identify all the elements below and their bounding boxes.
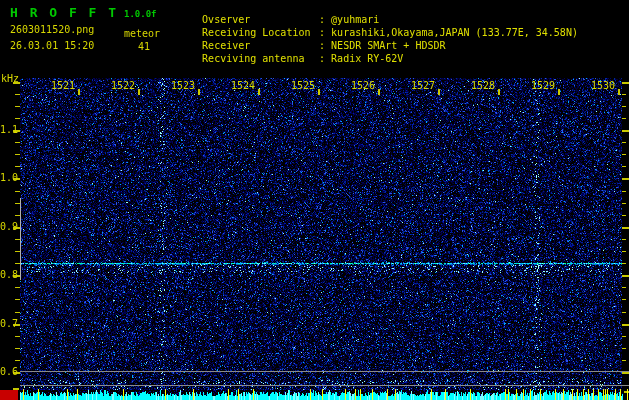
x-tick-label: 1529 bbox=[531, 80, 555, 91]
x-tick-label: 1530 bbox=[591, 80, 615, 91]
x-tick-label: 1525 bbox=[291, 80, 315, 91]
info-separator: : bbox=[319, 53, 331, 64]
x-tick-label: 1522 bbox=[111, 80, 135, 91]
meteor-count-label: meteor bbox=[124, 28, 160, 39]
x-tick-label: 1524 bbox=[231, 80, 255, 91]
y-tick-label: 0.7 bbox=[0, 318, 13, 329]
hrofft-screen: H R O F F T 1.0.0f 2603011520.png 26.03.… bbox=[0, 0, 629, 400]
info-value: Radix RY-62V bbox=[331, 53, 403, 64]
y-axis-unit: kHz bbox=[1, 73, 19, 84]
record-datetime: 26.03.01 15:20 bbox=[10, 40, 94, 51]
y-tick-label: 0.8 bbox=[0, 269, 13, 280]
y-tick-label: 0.6 bbox=[0, 366, 13, 377]
app-version: 1.0.0f bbox=[124, 9, 157, 19]
x-tick-label: 1526 bbox=[351, 80, 375, 91]
x-tick-label: 1523 bbox=[171, 80, 195, 91]
y-tick-label: 1.0 bbox=[0, 172, 13, 183]
x-tick-label: 1521 bbox=[51, 80, 75, 91]
output-filename: 2603011520.png bbox=[10, 24, 94, 35]
y-tick-label: 0.9 bbox=[0, 221, 13, 232]
info-label: Recviving antenna bbox=[202, 53, 319, 64]
x-tick-label: 1528 bbox=[471, 80, 495, 91]
y-tick-label: 1.1 bbox=[0, 124, 13, 135]
x-tick-label: 1527 bbox=[411, 80, 435, 91]
info-row-antenna: Recviving antenna:Radix RY-62V bbox=[178, 42, 403, 75]
app-title: H R O F F T bbox=[10, 5, 118, 20]
meteor-count-value: 41 bbox=[138, 41, 150, 52]
